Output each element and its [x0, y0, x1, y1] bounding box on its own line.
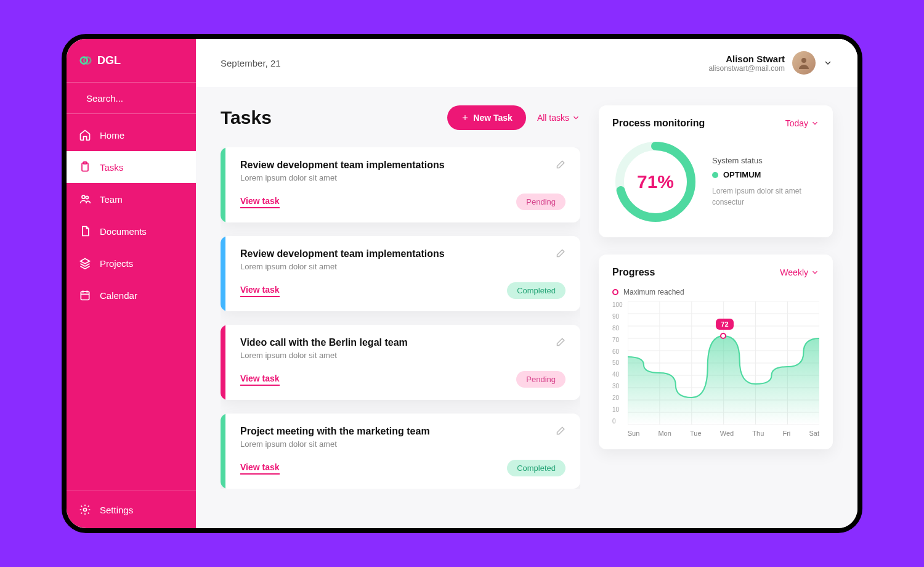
sidebar-item-home[interactable]: Home — [67, 119, 196, 151]
status-badge: Completed — [507, 282, 565, 299]
team-icon — [79, 193, 91, 205]
button-label: New Task — [473, 113, 513, 123]
period-filter[interactable]: Weekly — [780, 267, 819, 277]
view-task-link[interactable]: View task — [240, 196, 280, 208]
search-row[interactable] — [67, 82, 196, 114]
task-title: Review development team implementations — [240, 160, 445, 171]
chevron-down-icon — [811, 119, 819, 128]
x-tick: Fri — [782, 430, 790, 437]
chevron-down-icon — [572, 113, 580, 122]
x-tick: Wed — [720, 430, 734, 437]
peak-badge: 72 — [716, 319, 733, 330]
y-tick: 80 — [612, 325, 623, 332]
sidebar-item-label: Settings — [100, 505, 133, 515]
y-tick: 70 — [612, 337, 623, 343]
x-tick: Mon — [658, 430, 671, 437]
all-tasks-filter[interactable]: All tasks — [537, 113, 580, 123]
card-title: Progress — [612, 267, 655, 278]
user-email: alisonstwart@mail.com — [708, 64, 785, 73]
filter-label: All tasks — [537, 113, 569, 123]
task-subtitle: Lorem ipsum dolor sit amet — [240, 262, 445, 271]
legend-label: Maximum reached — [623, 288, 684, 296]
widgets-column: Process monitoring Today 71% — [599, 105, 833, 510]
sidebar-item-label: Documents — [100, 226, 147, 237]
topbar: September, 21 Alison Stwart alisonstwart… — [196, 39, 857, 87]
task-stripe — [221, 325, 225, 400]
donut-percent: 71% — [612, 139, 699, 225]
user-name: Alison Stwart — [708, 54, 785, 64]
y-tick: 60 — [612, 348, 623, 355]
edit-icon[interactable] — [554, 426, 565, 437]
y-tick: 40 — [612, 371, 623, 378]
sidebar-item-label: Tasks — [100, 162, 123, 173]
x-tick: Tue — [690, 430, 702, 437]
task-stripe — [221, 414, 225, 489]
task-subtitle: Lorem ipsum dolor sit amet — [240, 439, 430, 449]
sidebar-item-projects[interactable]: Projects — [67, 247, 196, 279]
calendar-icon — [79, 289, 91, 301]
task-stripe — [221, 147, 225, 222]
edit-icon[interactable] — [554, 160, 565, 171]
sidebar-item-label: Calendar — [100, 290, 137, 301]
sidebar-item-documents[interactable]: Documents — [67, 215, 196, 247]
sidebar-item-settings[interactable]: Settings — [67, 491, 196, 528]
current-date: September, 21 — [221, 58, 281, 68]
task-title: Review development team implementations — [240, 248, 445, 259]
status-description: Lorem ipsum dolor sit amet consectur — [712, 186, 819, 208]
svg-rect-8 — [81, 292, 89, 300]
task-list: Review development team implementations … — [221, 147, 580, 489]
svg-point-12 — [84, 508, 87, 512]
avatar — [792, 51, 816, 75]
filter-label: Weekly — [780, 267, 808, 277]
y-tick: 30 — [612, 383, 623, 390]
x-axis: SunMonTueWedThuFriSat — [628, 430, 819, 437]
edit-icon[interactable] — [554, 248, 565, 259]
donut-chart: 71% — [612, 139, 699, 225]
period-filter[interactable]: Today — [785, 118, 819, 128]
sidebar-item-tasks[interactable]: Tasks — [67, 151, 196, 183]
brand: DGL — [67, 39, 196, 82]
chart-legend: Maximum reached — [612, 288, 819, 296]
search-input[interactable] — [86, 93, 203, 104]
sidebar-item-team[interactable]: Team — [67, 183, 196, 215]
process-monitoring-card: Process monitoring Today 71% — [599, 105, 833, 237]
svg-point-13 — [801, 58, 806, 63]
main: September, 21 Alison Stwart alisonstwart… — [196, 39, 857, 528]
task-subtitle: Lorem ipsum dolor sit amet — [240, 351, 408, 360]
task-card: Review development team implementations … — [221, 236, 580, 311]
task-stripe — [221, 236, 225, 311]
view-task-link[interactable]: View task — [240, 373, 280, 386]
svg-point-6 — [82, 195, 85, 198]
user-menu[interactable]: Alison Stwart alisonstwart@mail.com — [708, 51, 833, 75]
task-title: Project meeting with the marketing team — [240, 426, 430, 437]
status-label: System status — [712, 156, 819, 165]
x-tick: Sat — [809, 430, 819, 437]
sidebar-item-calendar[interactable]: Calendar — [67, 279, 196, 311]
sidebar-item-label: Projects — [100, 258, 133, 269]
edit-icon[interactable] — [554, 337, 565, 348]
status-badge: Pending — [516, 194, 565, 210]
y-tick: 90 — [612, 313, 623, 320]
y-tick: 10 — [612, 406, 623, 413]
chevron-down-icon — [823, 58, 833, 68]
view-task-link[interactable]: View task — [240, 285, 280, 297]
y-tick: 20 — [612, 394, 623, 401]
page-title: Tasks — [221, 107, 436, 128]
logo-icon — [79, 54, 92, 67]
layers-icon — [79, 257, 91, 269]
new-task-button[interactable]: New Task — [447, 105, 526, 130]
card-title: Process monitoring — [612, 118, 705, 129]
filter-label: Today — [785, 118, 808, 128]
status-value: OPTIMUM — [723, 170, 761, 179]
view-task-link[interactable]: View task — [240, 462, 280, 475]
sidebar-item-label: Team — [100, 194, 123, 205]
progress-card: Progress Weekly Maximum reached 10090807… — [599, 255, 833, 449]
sidebar-item-label: Home — [100, 130, 124, 141]
document-icon — [79, 225, 91, 237]
sidebar: DGL Home Tasks Team Documents — [67, 39, 196, 528]
status-badge: Completed — [507, 460, 565, 476]
task-card: Review development team implementations … — [221, 147, 580, 222]
nav: Home Tasks Team Documents Projects Calen… — [67, 119, 196, 491]
content: Tasks New Task All tasks Review developm… — [196, 87, 857, 528]
legend-dot-icon — [612, 289, 618, 295]
